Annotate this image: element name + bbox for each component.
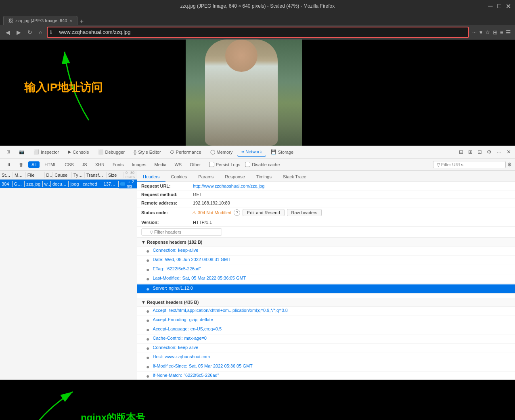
tab-console[interactable]: ▶ Console <box>64 148 93 156</box>
tab-memory[interactable]: ◯ Memory <box>206 148 237 156</box>
header-value: Wed, 08 Jun 2022 08:08:31 GMT <box>165 257 230 262</box>
col-header-status: Stat... <box>0 172 13 178</box>
header-key: ETag: <box>153 266 164 271</box>
headers-tab-timings[interactable]: Timings <box>251 173 277 182</box>
overflow-menu-button[interactable]: ··· <box>472 29 477 36</box>
row-method: GET <box>13 181 25 187</box>
close-devtools-btn[interactable]: ✕ <box>505 148 513 156</box>
settings-btn[interactable]: ⚙ <box>485 148 493 156</box>
filter-all[interactable]: All <box>28 161 40 168</box>
filter-html[interactable]: HTML <box>41 161 60 168</box>
header-key: Cache-Control: <box>153 336 182 341</box>
headers-tab-response[interactable]: Response <box>219 173 251 182</box>
headers-tab-params[interactable]: Params <box>193 173 219 182</box>
tab-debugger[interactable]: ⬜ Debugger <box>94 148 129 156</box>
tab-style-editor[interactable]: {} Style Editor <box>130 148 165 156</box>
filter-media[interactable]: Media <box>151 161 170 168</box>
filter-url-wrapper: ⚙ <box>433 161 512 168</box>
maximize-button[interactable]: □ <box>496 3 502 9</box>
request-url-row: Request URL: http://www.zzqhaoshuai.com/… <box>137 182 515 190</box>
close-button[interactable]: ✕ <box>505 3 511 9</box>
header-key: If-None-Match: <box>153 373 182 378</box>
devtools-clear-btn[interactable]: 🗑 <box>16 161 27 168</box>
url-bar-wrapper: ℹ <box>47 27 469 38</box>
network-row[interactable]: 304 GET zzq.jpg w... document jpeg cache… <box>0 180 137 188</box>
devtools-responsive-btn[interactable]: ⊞ <box>2 148 14 156</box>
undock-btn[interactable]: ⊡ <box>476 148 484 156</box>
storage-label: Storage <box>278 150 294 155</box>
home-button[interactable]: ⌂ <box>37 28 44 36</box>
tab-inspector[interactable]: ⬜ Inspector <box>29 148 63 156</box>
filter-url-input[interactable] <box>433 161 506 168</box>
more-tools-btn[interactable]: ⋯ <box>495 148 503 156</box>
url-input[interactable] <box>47 27 469 38</box>
filter-headers-input[interactable] <box>141 228 222 236</box>
raw-headers-button[interactable]: Raw headers <box>287 209 322 216</box>
filter-images[interactable]: Images <box>128 161 149 168</box>
headers-tab-stack-trace[interactable]: Stack Trace <box>277 173 312 182</box>
headers-tab-cookies[interactable]: Cookies <box>165 173 193 182</box>
forward-button[interactable]: ▶ <box>15 28 23 36</box>
disable-cache-checkbox[interactable]: Disable cache <box>245 162 280 167</box>
filter-js[interactable]: JS <box>79 161 90 168</box>
header-value: max-age=0 <box>184 336 206 341</box>
reading-mode-button[interactable]: ≡ <box>500 29 503 36</box>
filter-xhr[interactable]: XHR <box>92 161 108 168</box>
dock-right-btn[interactable]: ⊞ <box>467 148 474 156</box>
devtools-pause-btn[interactable]: ⏸ <box>3 161 14 168</box>
dock-bottom-btn[interactable]: ⊟ <box>457 148 465 156</box>
persist-logs-input[interactable] <box>209 162 214 167</box>
filter-css[interactable]: CSS <box>61 161 77 168</box>
request-header-if-none-match: ● If-None-Match: "6222f6c5-226ad" <box>137 372 515 380</box>
request-headers-title: ▼ Request headers (435 B) <box>137 298 515 307</box>
disable-cache-input[interactable] <box>245 162 250 167</box>
nav-actions: ··· ♥ ☆ ⊞ ≡ ☰ <box>472 29 511 36</box>
request-header-connection: ● Connection: keep-alive <box>137 344 515 353</box>
reload-button[interactable]: ↻ <box>26 28 34 36</box>
pocket-button[interactable]: ♥ <box>479 29 483 36</box>
filter-other[interactable]: Other <box>186 161 204 168</box>
tab-performance[interactable]: ⏱ Performance <box>166 148 205 156</box>
tab-network[interactable]: ≈ Network <box>237 148 266 157</box>
status-help-icon[interactable]: ? <box>234 209 240 216</box>
tab-storage[interactable]: 💾 Storage <box>267 148 298 156</box>
new-tab-button[interactable]: + <box>80 18 84 25</box>
header-value: www.zzqhaoshuai.com <box>165 354 210 359</box>
filter-fonts[interactable]: Fonts <box>109 161 127 168</box>
bookmark-button[interactable]: ☆ <box>485 29 490 36</box>
debugger-icon: ⬜ <box>98 149 104 155</box>
dot-icon: ● <box>146 276 149 282</box>
minimize-button[interactable]: ─ <box>488 3 493 9</box>
window-title: zzq.jpg (JPEG Image, 640 × 640 pixels) -… <box>180 3 335 9</box>
window-controls: ─ □ ✕ <box>488 3 511 9</box>
network-label: Network <box>245 149 262 154</box>
headers-tab-headers[interactable]: Headers <box>137 173 165 182</box>
edit-resend-button[interactable]: Edit and Resend <box>243 209 284 216</box>
filter-settings-icon[interactable]: ⚙ <box>507 162 512 167</box>
col-header-transferred: Transferred <box>85 172 107 178</box>
response-header-date: ● Date: Wed, 08 Jun 2022 08:08:31 GMT <box>137 256 515 265</box>
tab-close-button[interactable]: × <box>69 18 72 23</box>
request-url-value: http://www.zzqhaoshuai.com/zzq.jpg <box>193 184 264 188</box>
back-button[interactable]: ◀ <box>4 28 12 36</box>
devtools-screenshot-btn[interactable]: 📷 <box>15 148 29 156</box>
timeline-ms-80: 80 ms <box>130 171 135 179</box>
header-key: Accept: <box>153 308 167 313</box>
menu-button[interactable]: ☰ <box>506 29 511 36</box>
persist-logs-checkbox[interactable]: Persist Logs <box>209 162 241 167</box>
timeline-ms-0: 0 ms <box>126 171 130 179</box>
devtools-layout: Stat... Method File Do Cause Type Transf… <box>0 171 515 380</box>
response-headers-title: ▼ Response headers (182 B) <box>137 238 515 247</box>
headers-tabs: Headers Cookies Params Response Timings … <box>137 171 515 182</box>
filter-ws[interactable]: WS <box>171 161 185 168</box>
console-icon: ▶ <box>68 149 71 155</box>
sidebar-button[interactable]: ⊞ <box>493 29 498 36</box>
active-tab[interactable]: 🖼 zzq.jpg (JPEG Image, 640 × <box>3 16 77 25</box>
col-header-method: Method <box>13 172 26 178</box>
main-image <box>181 40 302 146</box>
response-header-connection: ● Connection: keep-alive <box>137 247 515 256</box>
version-row: Version: HTTP/1.1 <box>137 218 515 227</box>
nginx-annotation-text: nginx的版本号 <box>81 411 145 420</box>
headers-content: ▼ Response headers (182 B) ● Connection:… <box>137 238 515 380</box>
memory-icon: ◯ <box>210 149 215 155</box>
